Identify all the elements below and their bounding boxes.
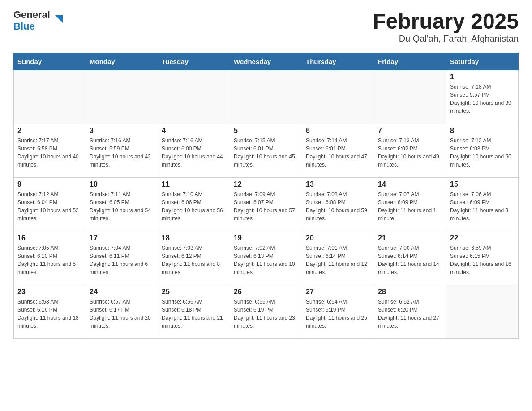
- day-info: Sunrise: 7:08 AM Sunset: 6:08 PM Dayligh…: [306, 190, 370, 223]
- day-number: 11: [162, 180, 226, 188]
- table-row: 21Sunrise: 7:00 AM Sunset: 6:14 PM Dayli…: [374, 231, 446, 285]
- logo-blue-text: Blue: [13, 21, 35, 32]
- day-number: 7: [378, 127, 442, 135]
- table-row: [230, 70, 302, 124]
- table-row: 22Sunrise: 6:59 AM Sunset: 6:15 PM Dayli…: [446, 231, 519, 285]
- logo: General Blue: [13, 9, 55, 32]
- day-number: 6: [306, 127, 370, 135]
- table-row: [86, 70, 158, 124]
- calendar-week-row: 16Sunrise: 7:05 AM Sunset: 6:10 PM Dayli…: [14, 231, 519, 285]
- table-row: 2Sunrise: 7:17 AM Sunset: 5:58 PM Daylig…: [14, 124, 86, 178]
- day-number: 26: [234, 288, 298, 296]
- title-block: February 2025 Du Qal'ah, Farah, Afghanis…: [373, 9, 519, 44]
- calendar-week-row: 1Sunrise: 7:18 AM Sunset: 5:57 PM Daylig…: [14, 70, 519, 124]
- table-row: 20Sunrise: 7:01 AM Sunset: 6:14 PM Dayli…: [302, 231, 374, 285]
- table-row: 17Sunrise: 7:04 AM Sunset: 6:11 PM Dayli…: [86, 231, 158, 285]
- day-info: Sunrise: 6:56 AM Sunset: 6:18 PM Dayligh…: [162, 298, 226, 330]
- day-info: Sunrise: 7:07 AM Sunset: 6:09 PM Dayligh…: [378, 190, 442, 223]
- col-thursday: Thursday: [302, 53, 374, 70]
- table-row: 11Sunrise: 7:10 AM Sunset: 6:06 PM Dayli…: [158, 178, 230, 231]
- day-number: 13: [306, 180, 370, 188]
- day-info: Sunrise: 7:02 AM Sunset: 6:13 PM Dayligh…: [234, 244, 298, 276]
- day-info: Sunrise: 6:59 AM Sunset: 6:15 PM Dayligh…: [450, 244, 515, 276]
- table-row: 7Sunrise: 7:13 AM Sunset: 6:02 PM Daylig…: [374, 124, 446, 178]
- col-saturday: Saturday: [446, 53, 519, 70]
- table-row: 27Sunrise: 6:54 AM Sunset: 6:19 PM Dayli…: [302, 285, 374, 339]
- table-row: 28Sunrise: 6:52 AM Sunset: 6:20 PM Dayli…: [374, 285, 446, 339]
- col-friday: Friday: [374, 53, 446, 70]
- col-sunday: Sunday: [14, 53, 86, 70]
- day-number: 28: [378, 288, 442, 296]
- day-number: 15: [450, 180, 515, 188]
- table-row: 14Sunrise: 7:07 AM Sunset: 6:09 PM Dayli…: [374, 178, 446, 231]
- day-info: Sunrise: 7:18 AM Sunset: 5:57 PM Dayligh…: [450, 83, 515, 115]
- table-row: 13Sunrise: 7:08 AM Sunset: 6:08 PM Dayli…: [302, 178, 374, 231]
- table-row: 3Sunrise: 7:16 AM Sunset: 5:59 PM Daylig…: [86, 124, 158, 178]
- day-number: 18: [162, 234, 226, 242]
- calendar-week-row: 23Sunrise: 6:58 AM Sunset: 6:16 PM Dayli…: [14, 285, 519, 339]
- table-row: 24Sunrise: 6:57 AM Sunset: 6:17 PM Dayli…: [86, 285, 158, 339]
- day-info: Sunrise: 7:09 AM Sunset: 6:07 PM Dayligh…: [234, 190, 298, 223]
- day-number: 22: [450, 234, 515, 242]
- calendar-week-row: 9Sunrise: 7:12 AM Sunset: 6:04 PM Daylig…: [14, 178, 519, 231]
- day-number: 4: [162, 127, 226, 135]
- day-info: Sunrise: 7:04 AM Sunset: 6:11 PM Dayligh…: [90, 244, 154, 276]
- table-row: 10Sunrise: 7:11 AM Sunset: 6:05 PM Dayli…: [86, 178, 158, 231]
- day-number: 21: [378, 234, 442, 242]
- day-info: Sunrise: 6:52 AM Sunset: 6:20 PM Dayligh…: [378, 298, 442, 330]
- col-tuesday: Tuesday: [158, 53, 230, 70]
- day-number: 8: [450, 127, 515, 135]
- logo-general-text: General: [13, 9, 50, 21]
- location-title: Du Qal'ah, Farah, Afghanistan: [373, 34, 519, 44]
- table-row: 16Sunrise: 7:05 AM Sunset: 6:10 PM Dayli…: [14, 231, 86, 285]
- day-number: 14: [378, 180, 442, 188]
- day-info: Sunrise: 7:10 AM Sunset: 6:06 PM Dayligh…: [162, 190, 226, 223]
- col-monday: Monday: [86, 53, 158, 70]
- day-number: 24: [90, 288, 154, 296]
- day-info: Sunrise: 6:55 AM Sunset: 6:19 PM Dayligh…: [234, 298, 298, 330]
- day-number: 12: [234, 180, 298, 188]
- calendar-table: Sunday Monday Tuesday Wednesday Thursday…: [13, 53, 519, 339]
- day-info: Sunrise: 7:05 AM Sunset: 6:10 PM Dayligh…: [17, 244, 82, 276]
- day-number: 3: [90, 127, 154, 135]
- day-info: Sunrise: 6:58 AM Sunset: 6:16 PM Dayligh…: [17, 298, 82, 330]
- day-info: Sunrise: 7:16 AM Sunset: 5:59 PM Dayligh…: [90, 137, 154, 169]
- col-wednesday: Wednesday: [230, 53, 302, 70]
- table-row: 19Sunrise: 7:02 AM Sunset: 6:13 PM Dayli…: [230, 231, 302, 285]
- day-number: 20: [306, 234, 370, 242]
- svg-marker-0: [55, 15, 63, 23]
- table-row: 8Sunrise: 7:12 AM Sunset: 6:03 PM Daylig…: [446, 124, 519, 178]
- table-row: 25Sunrise: 6:56 AM Sunset: 6:18 PM Dayli…: [158, 285, 230, 339]
- day-info: Sunrise: 7:00 AM Sunset: 6:14 PM Dayligh…: [378, 244, 442, 276]
- day-number: 23: [17, 288, 82, 296]
- day-info: Sunrise: 7:06 AM Sunset: 6:09 PM Dayligh…: [450, 190, 515, 223]
- table-row: [158, 70, 230, 124]
- day-info: Sunrise: 7:11 AM Sunset: 6:05 PM Dayligh…: [90, 190, 154, 223]
- day-info: Sunrise: 7:14 AM Sunset: 6:01 PM Dayligh…: [306, 137, 370, 169]
- table-row: [446, 285, 519, 339]
- day-number: 9: [17, 180, 82, 188]
- page-header: General Blue February 2025 Du Qal'ah, Fa…: [13, 9, 519, 44]
- day-info: Sunrise: 7:01 AM Sunset: 6:14 PM Dayligh…: [306, 244, 370, 276]
- day-info: Sunrise: 6:54 AM Sunset: 6:19 PM Dayligh…: [306, 298, 370, 330]
- day-number: 27: [306, 288, 370, 296]
- month-title: February 2025: [373, 9, 519, 34]
- table-row: 9Sunrise: 7:12 AM Sunset: 6:04 PM Daylig…: [14, 178, 86, 231]
- day-number: 5: [234, 127, 298, 135]
- table-row: [374, 70, 446, 124]
- day-number: 16: [17, 234, 82, 242]
- table-row: 12Sunrise: 7:09 AM Sunset: 6:07 PM Dayli…: [230, 178, 302, 231]
- day-info: Sunrise: 7:13 AM Sunset: 6:02 PM Dayligh…: [378, 137, 442, 169]
- table-row: [14, 70, 86, 124]
- table-row: 5Sunrise: 7:15 AM Sunset: 6:01 PM Daylig…: [230, 124, 302, 178]
- day-info: Sunrise: 7:16 AM Sunset: 6:00 PM Dayligh…: [162, 137, 226, 169]
- day-info: Sunrise: 7:03 AM Sunset: 6:12 PM Dayligh…: [162, 244, 226, 276]
- table-row: 26Sunrise: 6:55 AM Sunset: 6:19 PM Dayli…: [230, 285, 302, 339]
- logo-triangle-icon: [55, 15, 63, 23]
- day-info: Sunrise: 7:17 AM Sunset: 5:58 PM Dayligh…: [17, 137, 82, 169]
- table-row: 6Sunrise: 7:14 AM Sunset: 6:01 PM Daylig…: [302, 124, 374, 178]
- day-number: 17: [90, 234, 154, 242]
- day-number: 25: [162, 288, 226, 296]
- table-row: [302, 70, 374, 124]
- day-info: Sunrise: 7:12 AM Sunset: 6:04 PM Dayligh…: [17, 190, 82, 223]
